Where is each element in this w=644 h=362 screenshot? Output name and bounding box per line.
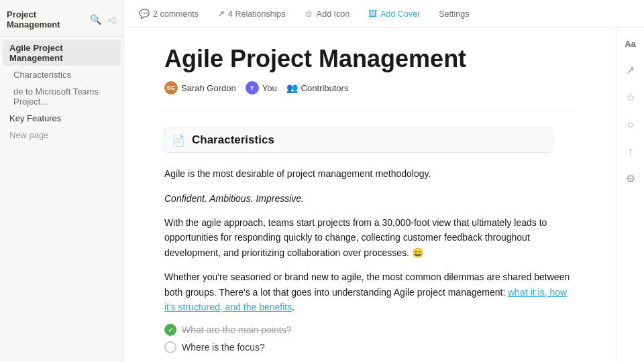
share-icon[interactable]: ↗: [623, 61, 637, 79]
sidebar-item-characteristics[interactable]: Characteristics: [3, 67, 121, 82]
sidebar-item-label: Key Features: [9, 113, 61, 123]
comments-button[interactable]: 💬 2 comments: [135, 7, 203, 21]
section-block-icon: 📄: [172, 134, 185, 147]
main-content: 💬 2 comments ↗ 4 Relationships ☺ Add Ico…: [124, 0, 644, 362]
check-empty-icon[interactable]: [164, 341, 176, 353]
image-icon: 🖼: [368, 9, 377, 19]
paragraph-4-after: .: [292, 302, 294, 312]
paragraph-3: With the agile approach, teams start pro…: [164, 215, 576, 260]
sidebar-header-icons: 🔍 ◁: [89, 13, 117, 25]
author-sarah: SG Sarah Gordon: [164, 81, 236, 95]
add-cover-label: Add Cover: [380, 9, 420, 19]
document-body: Agile Project Management SG Sarah Gordon…: [124, 28, 616, 362]
topbar: 💬 2 comments ↗ 4 Relationships ☺ Add Ico…: [124, 0, 644, 28]
checklist-item-1-text: What are the main points?: [182, 324, 291, 335]
sidebar-header: Project Management 🔍 ◁: [0, 5, 123, 37]
star-icon[interactable]: ☆: [623, 88, 638, 107]
sidebar-item-key-features[interactable]: Key Features: [3, 111, 121, 126]
section-block-characteristics: 📄 Characteristics: [164, 127, 553, 153]
add-icon-button[interactable]: ☺ Add Icon: [301, 7, 354, 21]
settings-button[interactable]: Settings: [435, 7, 473, 21]
settings-label: Settings: [439, 9, 469, 19]
avatar-you: Y: [246, 81, 259, 95]
export-icon[interactable]: ↑: [625, 143, 636, 160]
comments-label: 2 comments: [153, 9, 199, 19]
authors-row: SG Sarah Gordon Y You 👥 Contributors: [164, 81, 576, 95]
paragraph-2: Confident. Ambitious. Impressive.: [164, 191, 576, 206]
sidebar-item-label: de to Microsoft Teams Project...: [13, 86, 99, 107]
document-title: Agile Project Management: [164, 44, 576, 73]
author-sarah-name: Sarah Gordon: [181, 83, 236, 93]
comment-bubble-icon[interactable]: ○: [625, 116, 637, 133]
contributors-icon: 👥: [286, 82, 298, 93]
check-done-icon[interactable]: ✓: [164, 324, 176, 336]
paragraph-1: Agile is the most desirable of project m…: [164, 166, 576, 181]
add-cover-button[interactable]: 🖼 Add Cover: [364, 7, 424, 21]
add-icon-label: Add Icon: [317, 9, 350, 19]
author-you-name: You: [262, 83, 277, 93]
font-size-icon[interactable]: Aa: [622, 36, 639, 52]
sidebar-item-guide-teams[interactable]: de to Microsoft Teams Project...: [3, 84, 121, 109]
right-sidebar: Aa ↗ ☆ ○ ↑ ⚙: [616, 28, 644, 362]
comment-icon: 💬: [139, 9, 150, 19]
emoji-icon: ☺: [305, 9, 313, 19]
sidebar-item-label: Characteristics: [13, 70, 71, 80]
contributors: 👥 Contributors: [286, 82, 349, 93]
sidebar-item-label: New page: [9, 130, 49, 140]
document-area: Agile Project Management SG Sarah Gordon…: [124, 28, 644, 362]
paragraph-4: Whether you're seasoned or brand new to …: [164, 269, 576, 314]
checklist-item-2: Where is the focus?: [164, 341, 576, 353]
sidebar-item-agile-pm[interactable]: Agile Project Management: [3, 40, 121, 66]
author-you: Y You: [246, 81, 277, 95]
checklist-item-2-text: Where is the focus?: [182, 342, 265, 353]
settings-gear-icon[interactable]: ⚙: [623, 170, 638, 188]
contributors-label: Contributors: [301, 83, 349, 93]
sidebar-collapse-button[interactable]: ◁: [107, 13, 117, 25]
search-button[interactable]: 🔍: [89, 13, 103, 25]
sidebar-title: Project Management: [7, 9, 89, 29]
sidebar-item-label: Agile Project Management: [9, 43, 62, 63]
section-block-title: Characteristics: [192, 133, 274, 147]
relationships-button[interactable]: ↗ 4 Relationships: [213, 7, 289, 21]
avatar-sarah: SG: [164, 81, 178, 95]
sidebar-item-new-page[interactable]: New page: [3, 127, 121, 143]
content-divider: [164, 111, 576, 111]
checklist-item-1: ✓ What are the main points?: [164, 324, 576, 336]
relationships-label: 4 Relationships: [228, 9, 285, 19]
sidebar: Project Management 🔍 ◁ Agile Project Man…: [0, 0, 124, 362]
relationships-icon: ↗: [217, 9, 225, 19]
